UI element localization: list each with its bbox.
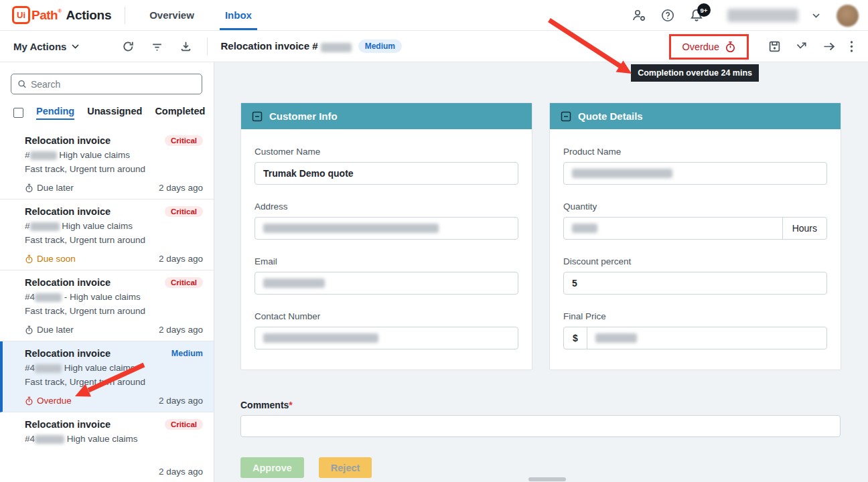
priority-badge: Critical — [165, 277, 203, 288]
overdue-annotation-box: Overdue — [669, 34, 749, 60]
final-price-input[interactable] — [587, 327, 826, 349]
field-label: Discount percent — [563, 256, 827, 266]
panel-title: Customer Info — [269, 110, 338, 122]
currency-prefix: $ — [564, 327, 587, 349]
filter-icon[interactable] — [151, 40, 163, 53]
username-redacted[interactable] — [727, 9, 798, 22]
logo-path-text: Path® — [31, 8, 62, 23]
comments-input[interactable] — [240, 415, 841, 437]
quantity-input-group: Hours — [563, 217, 827, 240]
help-icon[interactable] — [660, 8, 675, 23]
discount-input[interactable]: 5 — [563, 272, 827, 295]
product-name-redacted — [572, 169, 672, 178]
comments-section: Comments* — [240, 400, 841, 437]
final-price-input-group: $ — [563, 327, 827, 349]
user-menu-chevron-icon[interactable] — [812, 13, 820, 18]
header-right-actions: 9+ — [632, 0, 859, 31]
select-all-checkbox[interactable] — [13, 108, 23, 118]
collapse-section-icon[interactable] — [561, 111, 571, 122]
product-name-field-group: Product Name — [563, 147, 827, 185]
uipath-logo-icon: Ui — [12, 6, 30, 24]
item-title: Relocation invoice — [25, 277, 111, 288]
save-icon[interactable] — [768, 40, 781, 53]
contact-number-redacted — [263, 333, 378, 343]
item-timestamp: 2 days ago — [159, 254, 203, 264]
export-download-icon[interactable] — [179, 40, 192, 53]
item-description: #4 High value claims — [25, 363, 203, 373]
notifications-bell-icon[interactable]: 9+ — [689, 8, 704, 23]
app-header: Ui Path® Actions Overview Inbox — [0, 0, 868, 31]
list-item[interactable]: Relocation invoice Critical # High value… — [0, 129, 214, 199]
field-label: Customer Name — [255, 147, 518, 157]
reject-button[interactable]: Reject — [319, 457, 372, 478]
item-title: Relocation invoice — [25, 348, 111, 359]
overdue-status-label: Overdue — [682, 42, 719, 52]
list-item[interactable]: Relocation invoice Critical #4 - High va… — [0, 270, 214, 341]
list-item[interactable]: Relocation invoice Critical #4 High valu… — [0, 412, 214, 482]
collapse-section-icon[interactable] — [252, 111, 263, 122]
list-item[interactable]: Relocation invoice Critical # High value… — [0, 199, 214, 270]
quantity-input[interactable] — [564, 218, 782, 239]
item-description-2: Fast track, Urgent turn around — [25, 164, 203, 174]
stopwatch-icon — [25, 254, 33, 264]
email-input[interactable] — [255, 272, 518, 295]
list-item-selected[interactable]: Relocation invoice Medium #4 High value … — [0, 341, 214, 412]
invoice-number-redacted — [30, 151, 57, 160]
stopwatch-icon — [25, 183, 33, 193]
search-input[interactable] — [31, 79, 196, 90]
field-label: Address — [255, 202, 518, 212]
action-list: Relocation invoice Critical # High value… — [0, 129, 214, 482]
item-timestamp: 2 days ago — [159, 467, 203, 477]
product-name-input[interactable] — [563, 162, 827, 185]
field-label: Email — [255, 256, 518, 266]
tab-inbox[interactable]: Inbox — [225, 0, 252, 31]
refresh-icon[interactable] — [122, 40, 135, 53]
contact-number-field-group: Contact Number — [255, 311, 518, 349]
priority-badge: Critical — [165, 419, 203, 430]
item-description-2: Fast track, Urgent turn around — [25, 377, 203, 387]
final-price-field-group: Final Price $ — [563, 311, 827, 349]
tab-unassigned[interactable]: Unassigned — [87, 106, 142, 120]
chevron-down-icon — [72, 44, 79, 49]
user-settings-icon[interactable] — [632, 9, 646, 22]
action-detail-pane: Customer Info Customer Name Trumak Demo … — [215, 62, 868, 482]
quantity-field-group: Quantity Hours — [563, 202, 827, 240]
email-field-group: Email — [255, 256, 518, 295]
item-description-2: Fast track, Urgent turn around — [25, 306, 203, 316]
approve-button[interactable]: Approve — [240, 457, 304, 478]
action-toolbar: My Actions Relocation invoice # Medium — [0, 31, 868, 62]
panel-title: Quote Details — [578, 110, 643, 122]
customer-info-panel: Customer Info Customer Name Trumak Demo … — [240, 102, 532, 370]
item-timestamp: 2 days ago — [159, 396, 203, 406]
quantity-redacted — [572, 224, 597, 233]
quote-details-panel: Quote Details Product Name Quantity Hour… — [549, 102, 841, 370]
action-title: Relocation invoice # — [220, 40, 351, 52]
priority-badge: Critical — [165, 135, 203, 146]
contact-number-input[interactable] — [255, 327, 518, 349]
item-description: #4 High value claims — [25, 434, 203, 444]
overdue-tooltip: Completion overdue 24 mins — [631, 64, 759, 82]
kebab-menu-icon[interactable] — [850, 40, 853, 53]
due-status: Due later — [25, 325, 74, 335]
customer-name-input[interactable]: Trumak Demo quote — [255, 162, 518, 185]
item-description-2: Fast track, Urgent turn around — [25, 235, 203, 245]
horizontal-scrollbar[interactable] — [528, 477, 566, 481]
actions-scope-dropdown[interactable]: My Actions — [13, 41, 79, 52]
tab-completed[interactable]: Completed — [155, 106, 205, 120]
tab-pending[interactable]: Pending — [36, 106, 74, 120]
address-input[interactable] — [255, 217, 518, 240]
form-actions: Approve Reject — [240, 457, 868, 478]
priority-badge: Critical — [165, 206, 203, 217]
comments-label: Comments* — [240, 400, 841, 410]
item-timestamp: 2 days ago — [159, 325, 203, 335]
reassign-icon[interactable] — [795, 41, 808, 52]
notification-count-badge: 9+ — [697, 3, 711, 17]
invoice-number-redacted — [321, 43, 352, 52]
item-description: #4 - High value claims — [25, 292, 203, 302]
tab-overview[interactable]: Overview — [149, 0, 194, 31]
actions-sidebar: Pending Unassigned Completed Relocation … — [0, 62, 214, 482]
item-title: Relocation invoice — [25, 206, 111, 217]
avatar[interactable] — [837, 5, 859, 27]
forward-icon[interactable] — [822, 41, 836, 52]
quantity-unit-suffix: Hours — [782, 218, 826, 239]
